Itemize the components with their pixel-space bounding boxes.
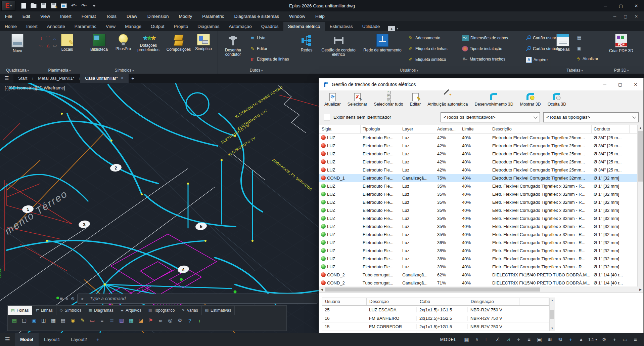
file-tabs-menu-icon[interactable]: ☰ [0,74,13,83]
group-label-simbolos[interactable]: Símbolos▾ [104,68,144,73]
layout-tab-layout1[interactable]: Layout1 [39,333,65,346]
locais-button[interactable]: Locais [54,34,81,52]
ribbon-tab-automa-o[interactable]: Automação [224,22,257,31]
panel-tab-linhas[interactable]: ⇄Linhas [32,306,56,315]
ribbon-tab-sistema-eletrico[interactable]: Sistema eletrico [283,22,325,31]
table-row[interactable]: LUZEletroduto Fle...Luz39%40%Eletr. Flex… [319,263,638,271]
qat-customize-icon[interactable]: ≂ [91,3,97,9]
ribbon-options-icon[interactable]: ▾ [397,27,398,30]
scroll-thumb[interactable] [638,131,643,182]
table-vertical-scrollbar[interactable]: ▲ [637,125,643,286]
layers-icon[interactable]: ≣ [108,317,115,324]
add-layout-button[interactable]: + [92,337,103,342]
flag-icon[interactable]: ⚑ [147,317,154,324]
grid-icon[interactable]: ▦ [461,335,472,344]
tag-icon[interactable]: ◉ [70,317,76,324]
column-header-conduto[interactable]: Conduto [592,125,630,133]
table-row[interactable]: LUZEletroduto Fle...Luz38%40%Eletr. Flex… [319,246,638,255]
scroll-right-icon[interactable]: ▶ [638,288,643,291]
help-icon[interactable]: ? [186,317,193,324]
selection-cycling-icon[interactable]: ≋ [545,335,555,344]
doc-close-icon[interactable]: ✕ [631,14,641,19]
menu-format[interactable]: Format [77,11,101,21]
ribbon-tab-utilidade[interactable]: Utilidade [358,22,385,31]
circuit-column-usu-rio[interactable]: Usuário [322,298,367,305]
dialog-close-button[interactable]: ✕ [628,78,643,90]
sinoptico-button[interactable]: Sinóptico [190,34,217,51]
editar-button[interactable]: ✎Editar [407,92,424,107]
menu-help[interactable]: Help [310,11,330,21]
dotacoes-button[interactable]: ★★★ Dotações predefinidos [132,34,165,52]
table-row[interactable]: LUZEletroduto Fle...Luz35%40%Eletr. Flex… [319,190,638,198]
panel-tab-estimativas[interactable]: ▧Estimativas [202,306,235,315]
block-icon[interactable]: ▧ [118,317,125,324]
ribbon-tab-diagramas[interactable]: Diagramas [193,22,224,31]
atribuicao-automatica-button[interactable]: ✦Atribuição automática [425,92,470,107]
doc-minimize-icon[interactable]: ─ [610,14,620,19]
desenha-condutor-button[interactable]: Desenha condutor [219,34,247,57]
table-icon[interactable]: ▦ [128,317,135,324]
snap-icon[interactable]: # [472,335,482,344]
table-horizontal-scrollbar[interactable]: ◀ ▶ [319,286,643,293]
gestao-conduto-button[interactable]: Gestão de conduto elétrico [318,34,359,57]
ribbon-tab-view[interactable]: View [101,22,120,31]
save-icon[interactable] [40,3,47,9]
panel-tab-varias[interactable]: ✎Varias [178,306,201,315]
ruler-icon[interactable]: ≡ [99,317,105,324]
group-label-dutos[interactable]: Dutos▾ [218,68,295,73]
layout-tab-layout2[interactable]: Layout2 [65,333,92,346]
polar-tracking-icon[interactable]: ∠ [493,335,503,344]
table-row[interactable]: LUZEletroduto Fle...Luz35%40%Eletr. Flex… [319,222,638,230]
table-row[interactable]: LUZEletroduto Fle...Luz36%40%Eletr. Flex… [319,238,638,246]
panel-tab-folhas[interactable]: ▤Folhas [8,306,32,315]
group-label-usuarios[interactable]: Usuários▾ [389,68,429,73]
scroll-up-icon[interactable]: ▲ [638,125,643,131]
tabelas-atualizar-button[interactable]: ϟ Atualizar [576,56,598,62]
table-row[interactable]: LUZEletroduto Fle...Luz35%40%Eletr. Flex… [319,230,638,238]
open-file-icon[interactable] [30,3,37,9]
show-items-checkbox[interactable] [324,114,330,120]
etiqueta-de-linhas-button[interactable]: ✐ Etiqueta de linhas [408,46,447,51]
ribbon-tab-home[interactable]: Home [0,22,21,31]
circuit-column-descri-o[interactable]: Descrição [367,298,417,305]
ampere-button[interactable]: A Ampère [526,57,548,63]
hamburger-icon[interactable]: ≡ [630,335,641,344]
app-logo[interactable]: E▾ [1,1,15,11]
table-row[interactable]: COND_2Tubo corrugat...Canalizaçã...62%40… [319,271,638,279]
ribbon-tab-manage[interactable]: Manage [120,22,146,31]
eraser-icon[interactable]: ▭ [89,317,96,324]
doc-tab-metal-jas-plan01[interactable]: Metal Jas_Plan01* [33,74,79,83]
ribbon-tab-output[interactable]: Output [146,22,169,31]
hscroll-thumb[interactable] [325,287,540,292]
menu-window[interactable]: Window [284,11,310,21]
column-header-layer[interactable]: Layer [400,125,435,133]
tabelas-button[interactable]: Tabelas [551,34,574,52]
table-row[interactable]: COND_2Tubo corrugat...Canalizaçã...71%40… [319,279,638,287]
group-label-pdf[interactable]: Pdf 3D▾ [599,68,644,73]
circuit-column-designa-o[interactable]: Designação [468,298,519,305]
doc-restore-icon[interactable]: ▢ [620,14,631,19]
circuit-table-scrollbar[interactable]: ▲ ▼ [549,298,555,331]
dialog-maximize-button[interactable]: ▢ [612,78,628,90]
redo-icon[interactable]: ↷▾ [81,3,87,9]
table-row[interactable]: LUZEletroduto Fle...Luz35%40%Eletr. Flex… [319,206,638,214]
minimize-button[interactable]: ─ [598,0,613,11]
group-label-quadratura[interactable]: Quadratura▾ [0,68,35,73]
menu-draw[interactable]: Draw [122,11,142,21]
tipo-instalacao-button[interactable]: Tipo de instalação [462,46,502,51]
column-header-sigla[interactable]: Sigla [319,125,361,133]
close-button[interactable]: ✕ [629,0,644,11]
table-row[interactable]: COND_1Eletroduto Fle...Canalizaçã...75%4… [319,174,638,182]
layout-tab-model[interactable]: Model [15,333,39,346]
gear-icon[interactable]: ⚙ [177,317,183,324]
column-header-descri-o[interactable]: Descrição [490,125,592,133]
table-row[interactable]: LUZEletroduto Fle...Luz35%40%Eletr. Flex… [319,182,638,190]
cmd-customize-icon[interactable]: ⚙ [71,296,75,301]
mostrar-3d-button[interactable]: Mostrar 3D [517,92,544,107]
menu-view[interactable]: View [35,11,55,21]
table-row[interactable]: LUZEletroduto Fle...Luz35%40%Eletr. Flex… [319,214,638,222]
new-file-icon[interactable] [20,3,27,9]
typologies-dropdown[interactable]: <Todas as tipologias> [543,112,639,122]
maximize-button[interactable]: ▢ [613,0,629,11]
panel-tab-arquivos[interactable]: ≣Arquivos [117,306,145,315]
